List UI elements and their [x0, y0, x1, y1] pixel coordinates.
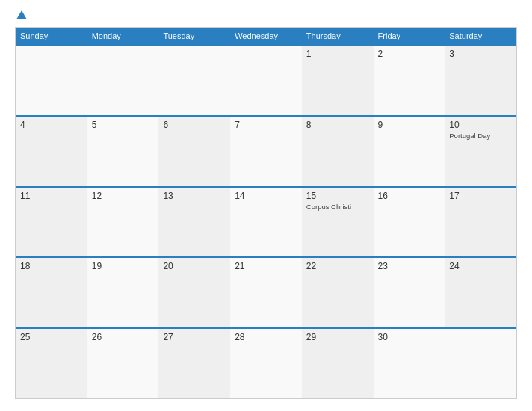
day-cell: 13 [158, 188, 230, 257]
day-number: 17 [449, 191, 512, 201]
holiday-name: Corpus Christi [306, 203, 369, 211]
day-cell: 9 [374, 117, 445, 186]
day-cell: 25 [16, 329, 87, 398]
header [15, 12, 517, 19]
day-header-friday: Friday [374, 28, 445, 44]
day-cell: 14 [230, 188, 302, 257]
day-cell: 5 [87, 117, 159, 186]
day-cell: 7 [230, 117, 302, 186]
week-row-3: 1112131415Corpus Christi1617 [16, 186, 516, 257]
day-cell: 2 [374, 46, 445, 115]
day-cell: 12 [87, 188, 159, 257]
day-cell: 10Portugal Day [445, 117, 516, 186]
day-number: 25 [20, 332, 83, 342]
day-number: 23 [378, 261, 441, 271]
day-number: 8 [306, 120, 369, 130]
day-cell: 11 [16, 188, 87, 257]
day-cell: 29 [302, 329, 374, 398]
day-number: 13 [163, 191, 226, 201]
holiday-name: Portugal Day [449, 132, 512, 140]
day-number: 10 [449, 120, 512, 130]
day-header-thursday: Thursday [302, 28, 374, 44]
day-cell: 3 [445, 46, 516, 115]
day-number: 11 [20, 191, 83, 201]
day-cell: 22 [302, 258, 374, 327]
day-number: 12 [92, 191, 155, 201]
day-number: 6 [163, 120, 226, 130]
day-cell: 18 [16, 258, 87, 327]
day-cell: 30 [374, 329, 445, 398]
day-cell: 8 [302, 117, 374, 186]
day-headers-row: SundayMondayTuesdayWednesdayThursdayFrid… [16, 28, 516, 44]
calendar-grid: SundayMondayTuesdayWednesdayThursdayFrid… [15, 27, 517, 399]
day-number: 26 [92, 332, 155, 342]
day-number: 5 [92, 120, 155, 130]
day-cell: 27 [158, 329, 230, 398]
week-row-2: 45678910Portugal Day [16, 115, 516, 186]
day-cell: 20 [158, 258, 230, 327]
day-header-tuesday: Tuesday [158, 28, 230, 44]
day-header-monday: Monday [87, 28, 159, 44]
day-cell: 4 [16, 117, 87, 186]
day-cell: 26 [87, 329, 159, 398]
day-cell: 28 [230, 329, 302, 398]
day-number: 2 [378, 49, 441, 59]
day-number: 19 [92, 261, 155, 271]
day-number: 4 [20, 120, 83, 130]
day-cell: 6 [158, 117, 230, 186]
day-cell [445, 329, 516, 398]
day-number: 9 [378, 120, 441, 130]
day-cell: 17 [445, 188, 516, 257]
week-row-1: 123 [16, 44, 516, 115]
day-number: 15 [306, 191, 369, 201]
day-cell: 16 [374, 188, 445, 257]
day-cell: 21 [230, 258, 302, 327]
day-number: 18 [20, 261, 83, 271]
day-number: 27 [163, 332, 226, 342]
day-cell: 1 [302, 46, 374, 115]
day-header-sunday: Sunday [16, 28, 87, 44]
day-number: 14 [235, 191, 297, 201]
day-number: 30 [378, 332, 441, 342]
day-cell [16, 46, 87, 115]
week-row-4: 18192021222324 [16, 256, 516, 327]
calendar-page: SundayMondayTuesdayWednesdayThursdayFrid… [0, 0, 532, 411]
day-cell [230, 46, 302, 115]
week-row-5: 252627282930 [16, 327, 516, 398]
day-number: 3 [449, 49, 512, 59]
logo-triangle-icon [16, 10, 27, 19]
day-cell [87, 46, 159, 115]
day-cell: 19 [87, 258, 159, 327]
day-cell: 15Corpus Christi [302, 188, 374, 257]
logo [15, 12, 27, 19]
day-number: 21 [235, 261, 297, 271]
day-number: 24 [449, 261, 512, 271]
day-number: 22 [306, 261, 369, 271]
day-number: 16 [378, 191, 441, 201]
day-number: 7 [235, 120, 297, 130]
day-number: 29 [306, 332, 369, 342]
day-number: 28 [235, 332, 297, 342]
day-header-wednesday: Wednesday [230, 28, 302, 44]
day-cell: 24 [445, 258, 516, 327]
day-cell: 23 [374, 258, 445, 327]
day-number: 20 [163, 261, 226, 271]
weeks-container: 12345678910Portugal Day1112131415Corpus … [16, 44, 516, 398]
day-number: 1 [306, 49, 369, 59]
day-cell [158, 46, 230, 115]
day-header-saturday: Saturday [445, 28, 516, 44]
